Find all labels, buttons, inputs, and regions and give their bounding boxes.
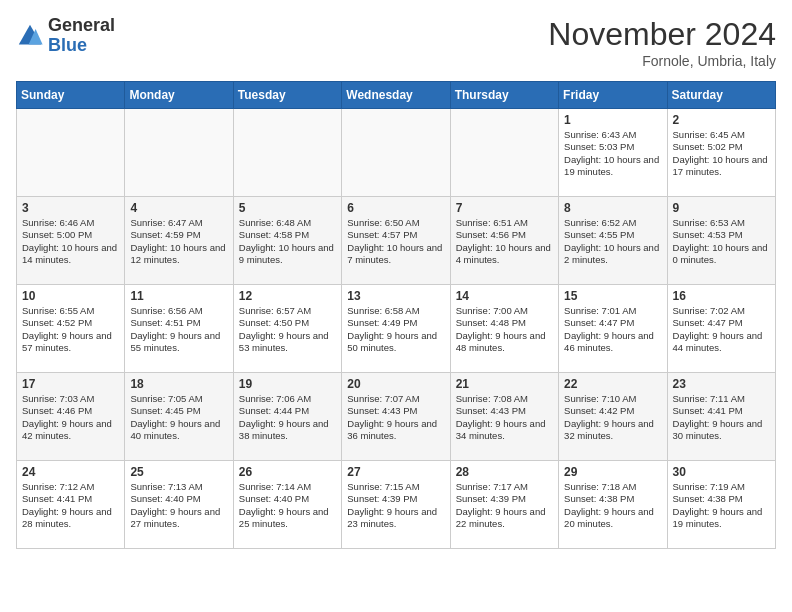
logo-text: General Blue (48, 16, 115, 56)
cell-info-line: Daylight: 9 hours and 32 minutes. (564, 418, 661, 443)
calendar-cell: 15Sunrise: 7:01 AMSunset: 4:47 PMDayligh… (559, 285, 667, 373)
cell-info-line: Sunrise: 6:55 AM (22, 305, 119, 317)
calendar-cell: 9Sunrise: 6:53 AMSunset: 4:53 PMDaylight… (667, 197, 775, 285)
cell-info-line: Sunrise: 7:05 AM (130, 393, 227, 405)
cell-info-line: Sunrise: 7:13 AM (130, 481, 227, 493)
cell-info-line: Daylight: 10 hours and 0 minutes. (673, 242, 770, 267)
calendar-cell: 22Sunrise: 7:10 AMSunset: 4:42 PMDayligh… (559, 373, 667, 461)
cell-info-line: Daylight: 9 hours and 23 minutes. (347, 506, 444, 531)
cell-info-line: Sunrise: 7:19 AM (673, 481, 770, 493)
cell-info-line: Sunrise: 7:08 AM (456, 393, 553, 405)
day-number: 30 (673, 465, 770, 479)
cell-info-line: Sunset: 4:52 PM (22, 317, 119, 329)
day-header-tuesday: Tuesday (233, 82, 341, 109)
calendar-cell: 19Sunrise: 7:06 AMSunset: 4:44 PMDayligh… (233, 373, 341, 461)
cell-info-line: Sunset: 4:43 PM (456, 405, 553, 417)
cell-info-line: Daylight: 10 hours and 7 minutes. (347, 242, 444, 267)
cell-info-line: Sunrise: 6:48 AM (239, 217, 336, 229)
calendar-cell: 23Sunrise: 7:11 AMSunset: 4:41 PMDayligh… (667, 373, 775, 461)
day-number: 14 (456, 289, 553, 303)
calendar-cell: 2Sunrise: 6:45 AMSunset: 5:02 PMDaylight… (667, 109, 775, 197)
cell-info-line: Daylight: 10 hours and 9 minutes. (239, 242, 336, 267)
cell-info-line: Sunrise: 7:15 AM (347, 481, 444, 493)
cell-info-line: Sunset: 4:40 PM (130, 493, 227, 505)
cell-info-line: Sunset: 4:42 PM (564, 405, 661, 417)
cell-info-line: Sunset: 4:41 PM (22, 493, 119, 505)
calendar-cell: 21Sunrise: 7:08 AMSunset: 4:43 PMDayligh… (450, 373, 558, 461)
cell-info-line: Sunrise: 7:11 AM (673, 393, 770, 405)
day-number: 23 (673, 377, 770, 391)
calendar-cell: 8Sunrise: 6:52 AMSunset: 4:55 PMDaylight… (559, 197, 667, 285)
calendar-cell (450, 109, 558, 197)
cell-info-line: Sunrise: 6:47 AM (130, 217, 227, 229)
cell-info-line: Daylight: 10 hours and 12 minutes. (130, 242, 227, 267)
calendar-cell: 1Sunrise: 6:43 AMSunset: 5:03 PMDaylight… (559, 109, 667, 197)
cell-info-line: Sunrise: 7:14 AM (239, 481, 336, 493)
cell-info-line: Sunset: 4:44 PM (239, 405, 336, 417)
cell-info-line: Sunset: 4:51 PM (130, 317, 227, 329)
cell-info-line: Sunset: 4:48 PM (456, 317, 553, 329)
cell-info-line: Sunset: 4:55 PM (564, 229, 661, 241)
calendar-cell: 10Sunrise: 6:55 AMSunset: 4:52 PMDayligh… (17, 285, 125, 373)
page-header: General Blue November 2024 Fornole, Umbr… (16, 16, 776, 69)
cell-info-line: Sunrise: 7:03 AM (22, 393, 119, 405)
cell-info-line: Sunrise: 7:10 AM (564, 393, 661, 405)
month-title: November 2024 (548, 16, 776, 53)
cell-info-line: Daylight: 9 hours and 50 minutes. (347, 330, 444, 355)
cell-info-line: Sunrise: 7:18 AM (564, 481, 661, 493)
cell-info-line: Daylight: 9 hours and 38 minutes. (239, 418, 336, 443)
cell-info-line: Daylight: 10 hours and 4 minutes. (456, 242, 553, 267)
day-number: 25 (130, 465, 227, 479)
cell-info-line: Daylight: 9 hours and 36 minutes. (347, 418, 444, 443)
cell-info-line: Daylight: 10 hours and 14 minutes. (22, 242, 119, 267)
day-number: 8 (564, 201, 661, 215)
logo-blue: Blue (48, 35, 87, 55)
day-number: 9 (673, 201, 770, 215)
cell-info-line: Sunset: 4:53 PM (673, 229, 770, 241)
day-number: 29 (564, 465, 661, 479)
day-number: 4 (130, 201, 227, 215)
cell-info-line: Sunrise: 6:43 AM (564, 129, 661, 141)
day-number: 11 (130, 289, 227, 303)
cell-info-line: Sunset: 4:56 PM (456, 229, 553, 241)
calendar-week-3: 10Sunrise: 6:55 AMSunset: 4:52 PMDayligh… (17, 285, 776, 373)
cell-info-line: Sunrise: 6:45 AM (673, 129, 770, 141)
cell-info-line: Sunset: 4:46 PM (22, 405, 119, 417)
cell-info-line: Sunrise: 6:52 AM (564, 217, 661, 229)
title-block: November 2024 Fornole, Umbria, Italy (548, 16, 776, 69)
cell-info-line: Daylight: 9 hours and 19 minutes. (673, 506, 770, 531)
cell-info-line: Sunrise: 7:01 AM (564, 305, 661, 317)
day-number: 5 (239, 201, 336, 215)
calendar-cell: 11Sunrise: 6:56 AMSunset: 4:51 PMDayligh… (125, 285, 233, 373)
cell-info-line: Sunrise: 6:51 AM (456, 217, 553, 229)
logo-icon (16, 22, 44, 50)
day-number: 13 (347, 289, 444, 303)
cell-info-line: Sunset: 4:59 PM (130, 229, 227, 241)
cell-info-line: Sunrise: 7:02 AM (673, 305, 770, 317)
calendar-cell: 14Sunrise: 7:00 AMSunset: 4:48 PMDayligh… (450, 285, 558, 373)
day-header-sunday: Sunday (17, 82, 125, 109)
cell-info-line: Sunset: 4:38 PM (673, 493, 770, 505)
location: Fornole, Umbria, Italy (548, 53, 776, 69)
day-number: 24 (22, 465, 119, 479)
cell-info-line: Sunrise: 6:57 AM (239, 305, 336, 317)
cell-info-line: Sunset: 4:47 PM (673, 317, 770, 329)
day-number: 2 (673, 113, 770, 127)
day-number: 16 (673, 289, 770, 303)
cell-info-line: Daylight: 9 hours and 57 minutes. (22, 330, 119, 355)
day-header-monday: Monday (125, 82, 233, 109)
calendar-table: SundayMondayTuesdayWednesdayThursdayFrid… (16, 81, 776, 549)
calendar-cell: 5Sunrise: 6:48 AMSunset: 4:58 PMDaylight… (233, 197, 341, 285)
calendar-cell: 28Sunrise: 7:17 AMSunset: 4:39 PMDayligh… (450, 461, 558, 549)
cell-info-line: Daylight: 9 hours and 22 minutes. (456, 506, 553, 531)
calendar-cell: 26Sunrise: 7:14 AMSunset: 4:40 PMDayligh… (233, 461, 341, 549)
calendar-cell: 3Sunrise: 6:46 AMSunset: 5:00 PMDaylight… (17, 197, 125, 285)
cell-info-line: Daylight: 9 hours and 40 minutes. (130, 418, 227, 443)
day-number: 28 (456, 465, 553, 479)
calendar-week-5: 24Sunrise: 7:12 AMSunset: 4:41 PMDayligh… (17, 461, 776, 549)
calendar-cell (125, 109, 233, 197)
cell-info-line: Sunset: 4:38 PM (564, 493, 661, 505)
cell-info-line: Sunset: 4:50 PM (239, 317, 336, 329)
cell-info-line: Daylight: 9 hours and 46 minutes. (564, 330, 661, 355)
cell-info-line: Daylight: 9 hours and 27 minutes. (130, 506, 227, 531)
